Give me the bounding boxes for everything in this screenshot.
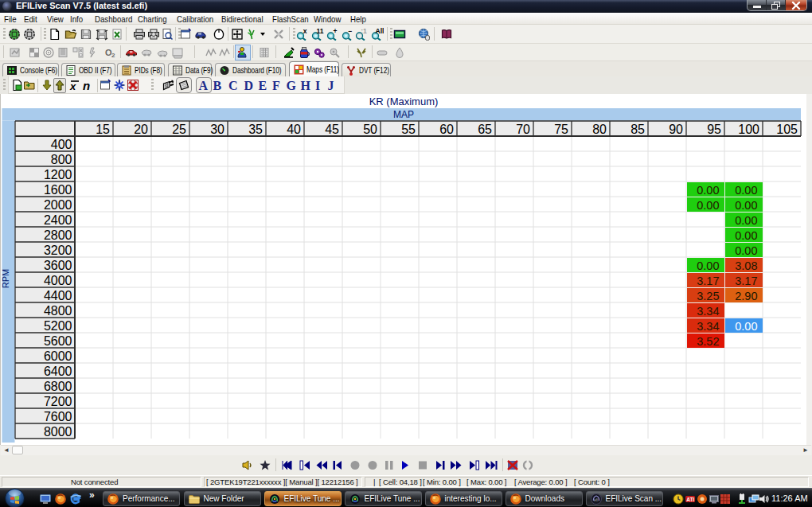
svg-text:0.00: 0.00 (735, 199, 757, 212)
svg-text:0.00: 0.00 (735, 184, 757, 197)
svg-text:25: 25 (172, 123, 186, 136)
svg-text:400: 400 (51, 138, 72, 151)
svg-text:30: 30 (210, 123, 224, 136)
svg-text:0.00: 0.00 (735, 214, 757, 227)
svg-text:3.52: 3.52 (697, 335, 719, 348)
svg-text:3.17: 3.17 (697, 275, 719, 287)
svg-text:6400: 6400 (44, 365, 72, 378)
svg-text:50: 50 (363, 123, 377, 136)
svg-text:2.90: 2.90 (735, 290, 757, 302)
svg-text:8000: 8000 (44, 425, 72, 439)
svg-text:3200: 3200 (44, 244, 72, 257)
svg-text:−: − (349, 28, 353, 35)
svg-text:2400: 2400 (44, 213, 72, 227)
svg-text:0.00: 0.00 (697, 199, 719, 212)
svg-text:40: 40 (287, 123, 301, 136)
svg-text:95: 95 (707, 123, 721, 136)
svg-text:RPM: RPM (2, 269, 10, 288)
svg-text:5600: 5600 (44, 334, 72, 348)
svg-text:2800: 2800 (44, 228, 72, 242)
svg-text:2: 2 (111, 52, 115, 59)
svg-text:7200: 7200 (44, 395, 72, 408)
svg-text:5200: 5200 (44, 319, 72, 333)
svg-text:20: 20 (134, 123, 148, 136)
svg-text:efi: efi (594, 497, 598, 502)
svg-text:4400: 4400 (44, 289, 72, 302)
svg-text:x: x (303, 28, 307, 35)
svg-text:2000: 2000 (44, 198, 72, 212)
svg-text:75: 75 (554, 123, 568, 136)
svg-text:4000: 4000 (44, 274, 72, 287)
svg-text:0.00: 0.00 (697, 259, 719, 272)
svg-text:90: 90 (669, 123, 683, 136)
svg-text:3.34: 3.34 (697, 305, 719, 318)
svg-text:ATI: ATI (686, 497, 694, 502)
svg-text:55: 55 (401, 123, 416, 136)
svg-text:100: 100 (738, 123, 759, 136)
svg-text:n: n (83, 79, 90, 92)
svg-text:1200: 1200 (44, 168, 72, 181)
svg-text:60: 60 (439, 123, 454, 136)
svg-text:6800: 6800 (44, 380, 72, 393)
svg-text:3.34: 3.34 (697, 320, 719, 333)
svg-text:70: 70 (516, 123, 530, 136)
svg-text:All: All (376, 28, 384, 35)
svg-text:105: 105 (776, 123, 798, 136)
svg-text:7600: 7600 (44, 410, 72, 423)
svg-text:0.00: 0.00 (735, 229, 757, 242)
svg-text:MAP: MAP (393, 109, 414, 120)
svg-text:6000: 6000 (44, 349, 72, 363)
svg-text:3.08: 3.08 (735, 259, 757, 272)
svg-text:0.00: 0.00 (697, 184, 719, 197)
svg-text:45: 45 (325, 123, 339, 136)
svg-text:80: 80 (592, 123, 607, 136)
svg-text:3.17: 3.17 (735, 275, 757, 287)
svg-text:1600: 1600 (44, 183, 72, 197)
svg-text:15: 15 (96, 123, 110, 136)
svg-text:65: 65 (478, 123, 492, 136)
svg-text:85: 85 (630, 123, 645, 136)
svg-text::1: :1 (361, 28, 367, 35)
svg-text:0.00: 0.00 (735, 244, 757, 257)
svg-text:0.00: 0.00 (735, 320, 757, 333)
svg-text:800: 800 (51, 153, 72, 166)
svg-text:3600: 3600 (44, 259, 72, 272)
svg-text:4800: 4800 (44, 304, 72, 318)
svg-text:35: 35 (248, 123, 263, 136)
svg-text:+: + (334, 28, 338, 35)
svg-text:3.25: 3.25 (697, 290, 719, 302)
svg-text:11: 11 (317, 28, 324, 35)
svg-text:x: x (69, 80, 76, 92)
